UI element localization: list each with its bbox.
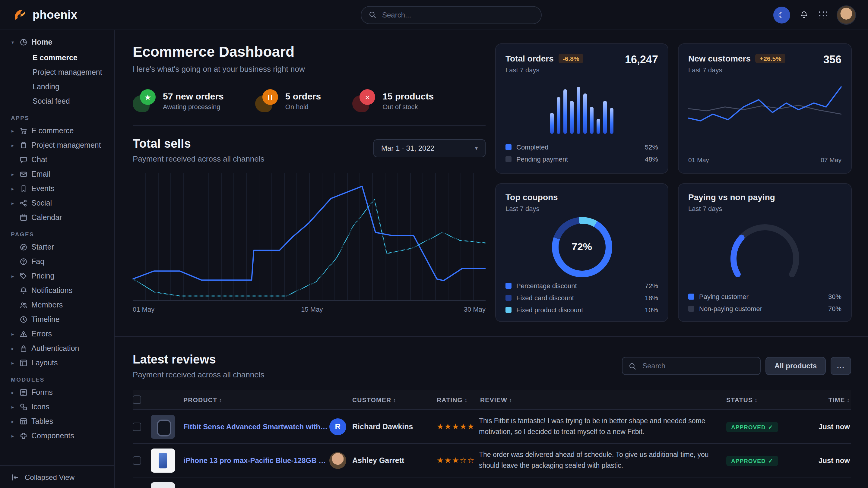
x-tick: 30 May [464,306,486,313]
column-header-rating[interactable]: RATING↕ [426,396,479,403]
stat-caption: Awating processing [163,103,224,110]
sidebar-item-faq[interactable]: Faq [6,254,109,269]
legend-label: Paying customer [699,293,749,300]
moon-icon: ☾ [778,10,785,20]
sidebar-item-components[interactable]: ▸Components [6,429,109,443]
sidebar-item-timeline[interactable]: Timeline [6,312,109,327]
order-bar [590,107,593,134]
sidebar-item-chat[interactable]: Chat [6,153,109,167]
new-customers-line-chart [688,82,841,137]
reviews-search [622,357,761,375]
table-header-row: PRODUCT↕ CUSTOMER↕ RATING↕ REVIEW↕ STATU… [133,390,851,409]
sidebar-item-errors[interactable]: ▸Errors [6,327,109,341]
chevron-right-icon: ▸ [10,404,16,410]
sidebar-item-icons[interactable]: ▸Icons [6,400,109,414]
sidebar-subitem-project-management[interactable]: Project management [19,65,109,79]
sidebar-subitem-social-feed[interactable]: Social feed [19,94,109,108]
main-content: Ecommerce Dashboard Here's what's going … [115,30,868,488]
search-icon [628,362,637,370]
sidebar-item-social[interactable]: ▸Social [6,196,109,210]
check-icon: ✓ [768,458,773,464]
sidebar-item-email[interactable]: ▸Email [6,167,109,182]
compass-icon [19,243,28,251]
status-badge: APPROVED ✓ [726,456,778,466]
page-subtitle: Here's what's going on at your business … [133,65,486,73]
sidebar-item-tables[interactable]: ▸Tables [6,414,109,429]
theme-toggle-button[interactable]: ☾ [773,6,790,23]
column-header-customer[interactable]: CUSTOMER↕ [329,396,426,403]
search-input[interactable] [381,10,533,20]
legend-label: Non-paying customer [699,305,762,312]
more-options-button[interactable]: ... [831,357,851,375]
app-root: phoenix ☾ ▾HomeE commerceProject managem… [0,0,868,488]
sidebar-subitem-e-commerce[interactable]: E commerce [19,51,109,65]
row-checkbox[interactable] [133,422,141,431]
legend-swatch [505,283,512,289]
sidebar-item-starter[interactable]: Starter [6,240,109,254]
user-avatar[interactable] [837,5,856,24]
lock-icon [19,344,28,353]
stat-caption: On hold [285,103,321,110]
all-products-button[interactable]: All products [766,357,826,375]
brand-name: phoenix [33,8,78,22]
summary-cards: Total orders -6.8% Last 7 days 16,247 Co… [495,43,852,322]
reviews-toolbar: All products ... [622,357,851,375]
dashboard-left-column: Ecommerce Dashboard Here's what's going … [133,43,486,322]
column-header-status[interactable]: STATUS↕ [726,396,789,403]
legend-value: 72% [645,282,658,289]
star-icon: ☆ [460,456,467,465]
sidebar-item-e-commerce[interactable]: ▸E commerce [6,124,109,138]
column-header-time[interactable]: TIME↕ [789,396,851,403]
paying-gauge-chart [688,224,841,277]
sidebar-item-layouts[interactable]: ▸Layouts [6,356,109,370]
status-cell: APPROVED ✓ [726,421,789,432]
row-checkbox[interactable] [133,456,141,464]
sidebar-item-project-management[interactable]: ▸Project management [6,138,109,153]
bell-icon[interactable] [800,10,808,20]
sidebar-item-authentication[interactable]: ▸Authentication [6,341,109,356]
avatar: R [329,418,346,435]
sidebar-item-notifications[interactable]: Notifications [6,283,109,298]
stat-value: 57 new orders [163,91,224,101]
global-search [361,6,541,24]
sidebar-item-members[interactable]: Members [6,298,109,312]
cart-icon [19,127,28,135]
reviews-search-input[interactable] [641,361,754,371]
star-icon: ★ [467,422,475,431]
sidebar-item-events[interactable]: ▸Events [6,182,109,196]
legend-label: Fixed card discount [516,294,574,301]
check-icon: ✓ [768,424,773,430]
date-range-select[interactable]: Mar 1 - 31, 2022 ▾ [373,139,486,157]
chevron-right-icon: ▸ [10,360,16,366]
top-coupons-donut-chart: 72% [505,217,658,277]
product-link[interactable]: iPhone 13 pro max-Pacific Blue-128GB sto… [183,456,329,464]
collapse-view-button[interactable]: Collapsed View [0,465,114,488]
sidebar-item-home[interactable]: ▾Home [6,35,109,50]
new-customers-line-series-current [688,87,841,121]
sidebar-item-calendar[interactable]: Calendar [6,210,109,225]
star-icon: ☆ [467,456,475,465]
sidebar-item-pricing[interactable]: ▸Pricing [6,269,109,283]
star-icon: ★ [444,456,452,465]
apps-grid-icon[interactable] [818,10,827,19]
column-header-product[interactable]: PRODUCT↕ [151,396,329,403]
top-navbar: phoenix ☾ [0,0,868,30]
table-row: Fitbit Sense Advanced Smartwatch with To… [133,409,851,443]
sidebar-item-forms[interactable]: ▸Forms [6,385,109,400]
column-header-review[interactable]: REVIEW↕ [479,396,726,403]
brand-logo[interactable]: phoenix [12,7,78,23]
card-title: Total orders [505,54,554,63]
sidebar-section-label-apps: APPS [11,115,109,121]
search-icon [368,11,376,19]
puzzle-icon [19,432,28,440]
sidebar-subitem-landing[interactable]: Landing [19,79,109,94]
sort-icon: ↕ [509,397,512,403]
chevron-right-icon: ▸ [10,171,16,177]
time-cell: Just now [789,456,851,464]
select-all-checkbox[interactable] [133,395,141,404]
star-icon: ★ [437,456,444,465]
product-link[interactable]: Fitbit Sense Advanced Smartwatch with To… [183,422,329,431]
page-title: Ecommerce Dashboard [133,43,486,60]
total-sells-series-current [133,186,486,281]
bookmark-icon [19,185,28,193]
